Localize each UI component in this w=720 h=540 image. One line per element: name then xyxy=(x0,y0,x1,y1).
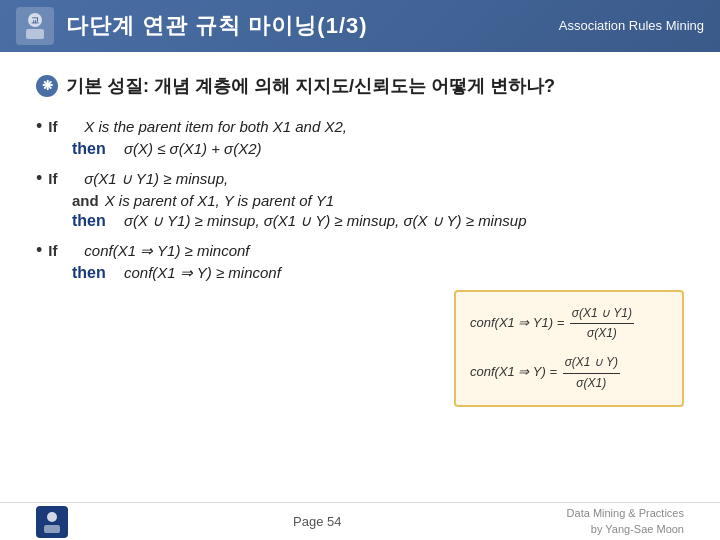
page-title: 다단계 연관 규칙 마이닝(1/3) xyxy=(66,11,368,41)
rule-3-then-row: then conf(X1 ⇒ Y) ≥ minconf xyxy=(72,264,684,282)
keyword-if-2: If xyxy=(48,170,76,187)
rule-3-then-text: conf(X1 ⇒ Y) ≥ minconf xyxy=(124,264,281,282)
header-logo-icon: 교 xyxy=(16,7,54,45)
rule-1-then-text: σ(X) ≤ σ(X1) + σ(X2) xyxy=(124,140,261,157)
footer: Page 54 Data Mining & Practices by Yang-… xyxy=(0,502,720,540)
keyword-if-3: If xyxy=(48,242,76,259)
rule-3-if-text: conf(X1 ⇒ Y1) ≥ minconf xyxy=(84,242,249,260)
formula-denominator-2: σ(X1) xyxy=(574,374,608,393)
rule-block-1: • If X is the parent item for both X1 an… xyxy=(36,116,684,158)
rule-2-then-text: σ(X ∪ Y1) ≥ minsup, σ(X1 ∪ Y) ≥ minsup, … xyxy=(124,212,526,230)
formula-line-2: conf(X1 ⇒ Y) = σ(X1 ∪ Y) σ(X1) xyxy=(470,353,668,392)
rule-1-if-row: • If X is the parent item for both X1 an… xyxy=(36,116,684,137)
bullet-dot-1: • xyxy=(36,116,42,137)
section-bullet-icon: ❋ xyxy=(36,75,58,97)
keyword-then-1: then xyxy=(72,140,116,158)
footer-logo-icon xyxy=(36,506,68,538)
footer-credit: Data Mining & Practices by Yang-Sae Moon xyxy=(567,506,684,537)
svg-point-5 xyxy=(47,512,57,522)
rule-block-3: • If conf(X1 ⇒ Y1) ≥ minconf then conf(X… xyxy=(36,240,684,282)
rule-1-then-row: then σ(X) ≤ σ(X1) + σ(X2) xyxy=(72,140,684,158)
rule-2-then-row: then σ(X ∪ Y1) ≥ minsup, σ(X1 ∪ Y) ≥ min… xyxy=(72,212,684,230)
formula-fraction-2: σ(X1 ∪ Y) σ(X1) xyxy=(563,353,620,392)
keyword-then-3: then xyxy=(72,264,116,282)
svg-text:교: 교 xyxy=(31,16,39,25)
rule-block-2: • If σ(X1 ∪ Y1) ≥ minsup, and X is paren… xyxy=(36,168,684,230)
header: 교 다단계 연관 규칙 마이닝(1/3) Association Rules M… xyxy=(0,0,720,52)
main-content: ❋ 기본 성질: 개념 계층에 의해 지지도/신뢰도는 어떻게 변하나? • I… xyxy=(0,52,720,302)
bullet-dot-2: • xyxy=(36,168,42,189)
rule-1-if-text: X is the parent item for both X1 and X2, xyxy=(84,118,347,135)
header-subtitle: Association Rules Mining xyxy=(559,17,704,35)
rule-2-if-row: • If σ(X1 ∪ Y1) ≥ minsup, xyxy=(36,168,684,189)
rule-2-and-text: X is parent of X1, Y is parent of Y1 xyxy=(105,192,334,209)
formula-box: conf(X1 ⇒ Y1) = σ(X1 ∪ Y1) σ(X1) conf(X1… xyxy=(454,290,684,407)
keyword-then-2: then xyxy=(72,212,116,230)
footer-logo xyxy=(36,506,68,538)
rule-3-if-row: • If conf(X1 ⇒ Y1) ≥ minconf xyxy=(36,240,684,261)
keyword-if-1: If xyxy=(48,118,76,135)
section-title: ❋ 기본 성질: 개념 계층에 의해 지지도/신뢰도는 어떻게 변하나? xyxy=(36,74,684,98)
bullet-dot-3: • xyxy=(36,240,42,261)
keyword-and-2: and xyxy=(72,192,99,209)
formula-line-1: conf(X1 ⇒ Y1) = σ(X1 ∪ Y1) σ(X1) xyxy=(470,304,668,343)
footer-page-number: Page 54 xyxy=(293,514,341,529)
svg-rect-2 xyxy=(26,29,44,39)
formula-numerator-1: σ(X1 ∪ Y1) xyxy=(570,304,634,324)
rule-2-if-text: σ(X1 ∪ Y1) ≥ minsup, xyxy=(84,170,228,188)
formula-fraction-1: σ(X1 ∪ Y1) σ(X1) xyxy=(570,304,634,343)
formula-denominator-1: σ(X1) xyxy=(585,324,619,343)
svg-rect-6 xyxy=(44,525,60,533)
rule-2-and-row: and X is parent of X1, Y is parent of Y1 xyxy=(72,192,684,209)
formula-numerator-2: σ(X1 ∪ Y) xyxy=(563,353,620,373)
